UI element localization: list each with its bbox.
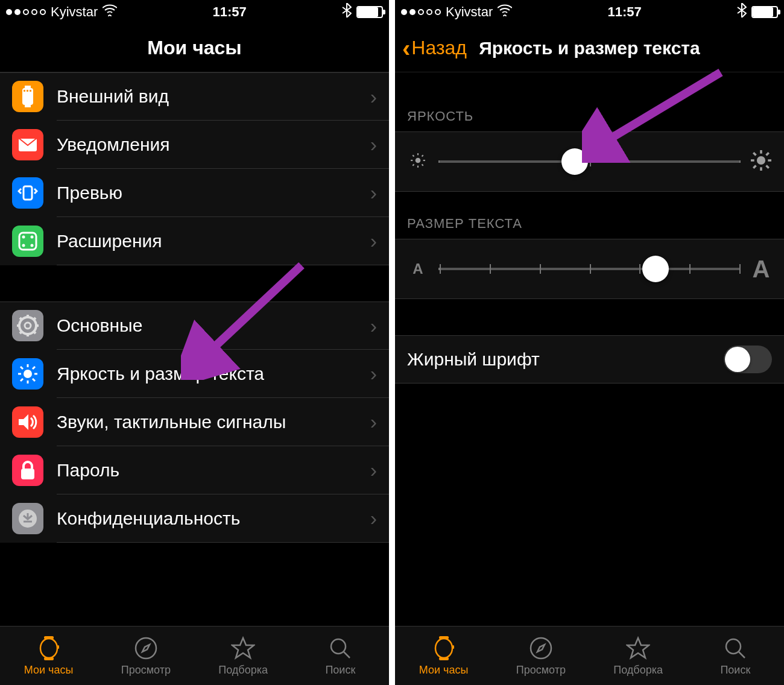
svg-line-31	[21, 379, 23, 381]
tab-browse[interactable]: Просмотр	[97, 627, 194, 685]
settings-row[interactable]: Расширения›	[0, 217, 389, 265]
back-label: Назад	[411, 37, 467, 59]
nav-header: Мои часы	[0, 24, 389, 72]
chevron-right-icon: ›	[370, 458, 377, 482]
privacy-icon	[12, 503, 43, 534]
notifications-icon	[12, 129, 43, 160]
clock-label: 11:57	[212, 4, 246, 20]
tab-featured[interactable]: Подборка	[195, 627, 292, 685]
chevron-right-icon: ›	[370, 362, 377, 385]
textsize-group-label: РАЗМЕР ТЕКСТА	[395, 192, 784, 239]
settings-row[interactable]: Яркость и размер текста›	[0, 350, 389, 398]
page-title: Мои часы	[147, 37, 241, 59]
svg-rect-9	[19, 233, 36, 250]
settings-row[interactable]: Звуки, тактильные сигналы›	[0, 398, 389, 446]
tab-watch[interactable]: Мои часы	[0, 627, 97, 685]
svg-point-71	[531, 638, 551, 658]
svg-line-21	[33, 331, 36, 333]
svg-point-38	[40, 639, 57, 658]
svg-line-64	[767, 153, 769, 155]
status-bar: Kyivstar 11:57	[395, 0, 784, 24]
svg-line-63	[753, 166, 756, 168]
tab-search[interactable]: Поиск	[687, 627, 784, 685]
chevron-right-icon: ›	[370, 85, 377, 109]
svg-rect-70	[452, 645, 454, 649]
right-phone: Kyivstar 11:57 ‹ Назад Яркость и размер …	[395, 0, 784, 685]
svg-line-55	[422, 155, 423, 156]
bold-text-switch[interactable]	[724, 346, 772, 373]
row-label: Пароль	[57, 460, 370, 481]
nav-header: ‹ Назад Яркость и размер текста	[395, 24, 784, 72]
svg-rect-39	[44, 636, 54, 639]
wifi-icon	[498, 4, 512, 20]
settings-row[interactable]: Пароль›	[0, 446, 389, 494]
svg-point-67	[435, 639, 452, 658]
signal-dots	[6, 9, 46, 15]
search-icon	[327, 635, 353, 661]
svg-line-61	[753, 153, 756, 155]
brightness-low-icon	[407, 153, 429, 171]
back-button[interactable]: ‹ Назад	[402, 36, 467, 60]
featured-icon	[625, 635, 651, 661]
brightness-slider[interactable]	[438, 160, 741, 163]
tab-watch[interactable]: Мои часы	[395, 627, 492, 685]
settings-row[interactable]: Конфиденциальность›	[0, 494, 389, 543]
wifi-icon	[103, 4, 117, 20]
svg-rect-8	[24, 186, 32, 200]
svg-marker-72	[537, 645, 545, 652]
svg-point-15	[25, 323, 31, 329]
row-label: Конфиденциальность	[57, 508, 370, 529]
settings-row[interactable]: Уведомления›	[0, 121, 389, 169]
tab-label: Подборка	[218, 664, 268, 677]
row-label: Расширения	[57, 231, 370, 251]
svg-rect-40	[44, 657, 54, 660]
svg-line-30	[33, 379, 35, 381]
svg-point-24	[24, 370, 32, 378]
tab-bar: Мои часыПросмотрПодборкаПоиск	[0, 626, 389, 685]
tab-search[interactable]: Поиск	[292, 627, 389, 685]
tab-label: Мои часы	[419, 664, 469, 677]
svg-rect-3	[24, 90, 25, 92]
settings-row[interactable]: Превью›	[0, 169, 389, 217]
brightness-slider-cell	[395, 131, 784, 192]
tab-label: Просмотр	[121, 664, 171, 677]
svg-point-56	[757, 156, 765, 165]
settings-row[interactable]: Внешний вид›	[0, 72, 389, 121]
browse-icon	[133, 635, 159, 661]
svg-line-75	[739, 652, 745, 658]
svg-rect-1	[25, 86, 31, 88]
chevron-right-icon: ›	[370, 314, 377, 338]
svg-rect-2	[25, 105, 31, 107]
textsize-slider[interactable]	[438, 268, 741, 270]
row-label: Уведомления	[57, 134, 370, 155]
settings-list[interactable]: Внешний вид›Уведомления›Превью›Расширени…	[0, 72, 389, 626]
password-icon	[12, 455, 43, 486]
chevron-left-icon: ‹	[402, 36, 410, 60]
battery-icon	[751, 6, 778, 18]
svg-point-11	[31, 235, 34, 238]
svg-point-47	[416, 158, 421, 163]
svg-line-23	[33, 318, 36, 320]
svg-rect-68	[439, 636, 449, 639]
search-icon	[722, 635, 748, 661]
svg-rect-5	[30, 90, 31, 92]
svg-marker-73	[627, 638, 649, 658]
tab-browse[interactable]: Просмотр	[492, 627, 589, 685]
status-bar: Kyivstar 11:57	[0, 0, 389, 24]
svg-point-42	[136, 638, 156, 658]
appearance-icon	[12, 81, 43, 112]
svg-line-54	[413, 165, 414, 166]
tab-featured[interactable]: Подборка	[590, 627, 687, 685]
svg-line-52	[413, 155, 414, 156]
chevron-right-icon: ›	[370, 181, 377, 204]
svg-line-29	[21, 367, 23, 369]
svg-marker-44	[232, 638, 254, 658]
settings-row[interactable]: Основные›	[0, 301, 389, 350]
page-title: Яркость и размер текста	[479, 38, 700, 58]
chevron-right-icon: ›	[370, 229, 377, 253]
brightness-group-label: ЯРКОСТЬ	[395, 72, 784, 131]
row-label: Основные	[57, 315, 370, 336]
chevron-right-icon: ›	[370, 507, 377, 530]
svg-line-20	[20, 318, 22, 320]
tab-bar: Мои часыПросмотрПодборкаПоиск	[395, 626, 784, 685]
